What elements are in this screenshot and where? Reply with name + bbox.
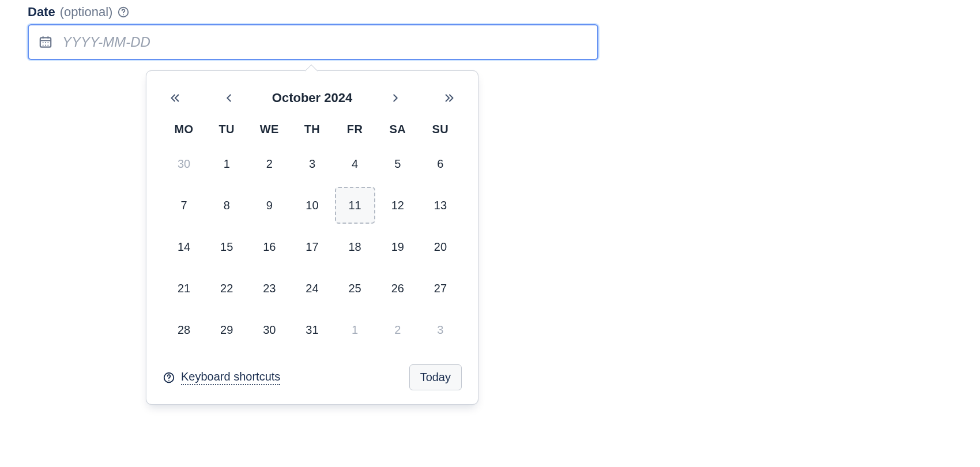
calendar-day[interactable]: 24	[291, 274, 333, 302]
keyboard-shortcuts-link[interactable]: Keyboard shortcuts	[163, 370, 280, 385]
calendar-day[interactable]: 7	[163, 191, 205, 219]
month-year-label[interactable]: October 2024	[272, 91, 352, 106]
calendar-day[interactable]: 3	[291, 150, 333, 178]
next-year-button[interactable]	[439, 87, 461, 109]
calendar-day[interactable]: 4	[334, 150, 376, 178]
keyboard-shortcuts-label: Keyboard shortcuts	[181, 370, 280, 385]
calendar-icon	[38, 35, 53, 50]
calendar-day[interactable]: 25	[334, 274, 376, 302]
today-button[interactable]: Today	[409, 364, 462, 390]
calendar-day[interactable]: 5	[376, 150, 419, 178]
calendar-day[interactable]: 21	[163, 274, 205, 302]
calendar-day[interactable]: 15	[205, 233, 248, 261]
calendar-day-outside[interactable]: 30	[163, 150, 205, 178]
calendar-day-outside[interactable]: 1	[334, 316, 376, 344]
svg-point-10	[45, 44, 46, 46]
calendar-day[interactable]: 28	[163, 316, 205, 344]
calendar-day[interactable]: 27	[419, 274, 462, 302]
date-picker-popover: October 2024 MOTUWETHFRSASU3012345678910…	[146, 70, 478, 405]
calendar-day[interactable]: 13	[419, 191, 462, 219]
prev-month-button[interactable]	[218, 87, 240, 109]
calendar-day[interactable]: 10	[291, 191, 333, 219]
calendar-day-outside[interactable]: 3	[419, 316, 462, 344]
calendar-day[interactable]: 20	[419, 233, 462, 261]
calendar-day[interactable]: 30	[248, 316, 291, 344]
calendar-day[interactable]: 16	[248, 233, 291, 261]
calendar-day[interactable]: 14	[163, 233, 205, 261]
svg-point-1	[123, 14, 124, 16]
calendar-day[interactable]: 9	[248, 191, 291, 219]
calendar-day[interactable]: 18	[334, 233, 376, 261]
date-input[interactable]	[61, 33, 588, 51]
calendar-day[interactable]: 31	[291, 316, 333, 344]
calendar-day[interactable]: 22	[205, 274, 248, 302]
calendar-day[interactable]: 26	[376, 274, 419, 302]
svg-point-9	[43, 44, 44, 46]
popover-arrow	[305, 65, 318, 78]
calendar-day[interactable]: 23	[248, 274, 291, 302]
calendar-day[interactable]: 17	[291, 233, 333, 261]
weekday-header: FR	[334, 123, 376, 136]
prev-year-button[interactable]	[164, 87, 186, 109]
field-label-row: Date (optional)	[28, 5, 952, 20]
calendar-day[interactable]: 19	[376, 233, 419, 261]
weekday-header: WE	[248, 123, 291, 136]
svg-point-13	[168, 379, 169, 381]
weekday-header: TH	[291, 123, 333, 136]
weekday-header: SU	[419, 123, 462, 136]
calendar-day[interactable]: 2	[248, 150, 291, 178]
weekday-header: SA	[376, 123, 419, 136]
field-optional-label: (optional)	[60, 5, 113, 20]
calendar-day[interactable]: 12	[376, 191, 419, 219]
calendar-day-outside[interactable]: 2	[376, 316, 419, 344]
svg-point-7	[45, 42, 46, 43]
calendar-day[interactable]: 29	[205, 316, 248, 344]
weekday-header: MO	[163, 123, 205, 136]
weekday-header: TU	[205, 123, 248, 136]
calendar-day[interactable]: 8	[205, 191, 248, 219]
calendar-day-today[interactable]: 11	[335, 187, 375, 224]
help-icon[interactable]	[117, 6, 130, 18]
svg-point-11	[47, 44, 48, 46]
field-label: Date	[28, 5, 55, 20]
svg-point-6	[43, 42, 44, 43]
date-input-wrapper[interactable]	[28, 24, 598, 60]
calendar-day[interactable]: 1	[205, 150, 248, 178]
calendar-grid: MOTUWETHFRSASU30123456789101112131415161…	[163, 123, 462, 344]
next-month-button[interactable]	[385, 87, 406, 109]
calendar-day[interactable]: 6	[419, 150, 462, 178]
svg-point-8	[47, 42, 48, 43]
